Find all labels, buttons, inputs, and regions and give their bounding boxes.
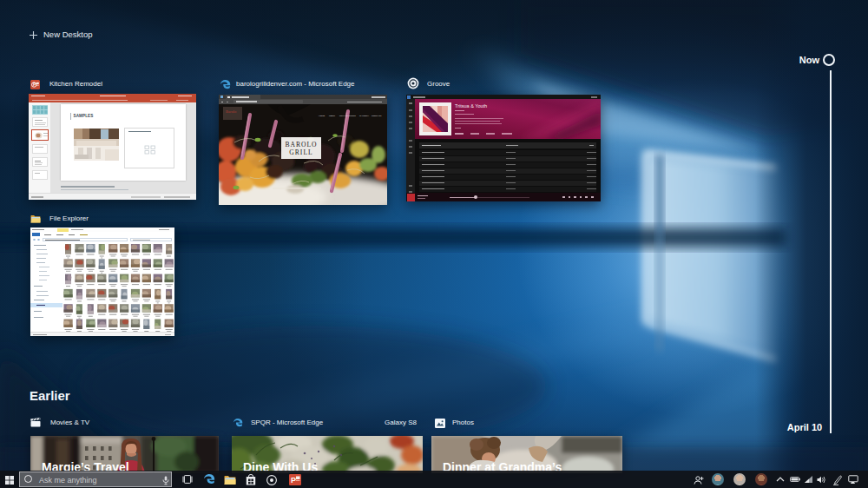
svg-text:CONTACT: CONTACT	[372, 115, 382, 117]
svg-text:HOME: HOME	[319, 115, 326, 117]
svg-text:GRILL: GRILL	[289, 148, 312, 156]
svg-text:BAROLO: BAROLO	[285, 141, 317, 148]
svg-text:GALLERY: GALLERY	[359, 115, 369, 117]
svg-text:PRIVATE DINING: PRIVATE DINING	[339, 115, 356, 117]
svg-text:MENU: MENU	[329, 115, 335, 117]
svg-text:P: P	[291, 476, 296, 485]
svg-text:Barolo: Barolo	[226, 109, 237, 114]
